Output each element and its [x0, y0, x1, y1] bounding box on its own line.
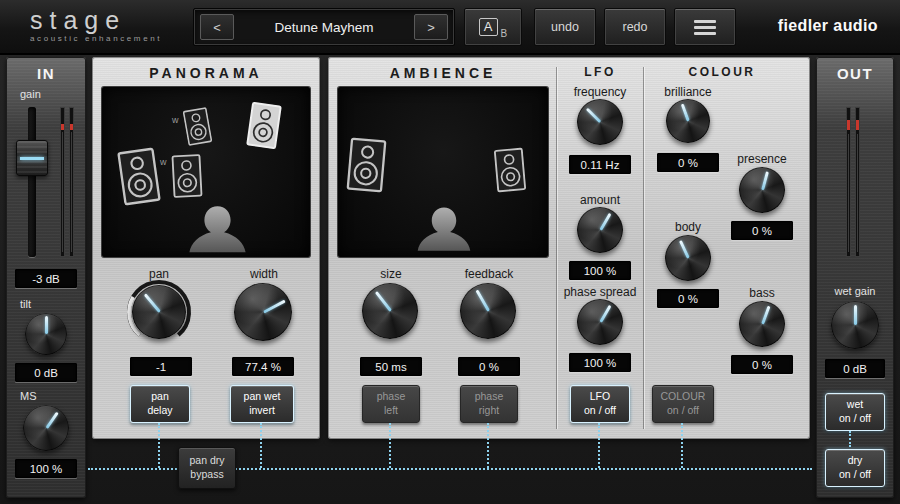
pan-knob[interactable]	[132, 285, 186, 339]
wet-gain-knob[interactable]	[831, 301, 879, 349]
feedback-label: feedback	[446, 267, 532, 281]
redo-button[interactable]: redo	[604, 8, 666, 46]
brilliance-value[interactable]: 0 %	[657, 153, 719, 172]
wet-onoff-button[interactable]: wet on / off	[825, 393, 885, 431]
colour-onoff-button[interactable]: COLOUR on / off	[652, 385, 714, 423]
listener-icon	[408, 200, 480, 257]
output-meter-right	[855, 107, 860, 257]
pan-value[interactable]: -1	[130, 357, 192, 376]
pan-delay-button[interactable]: pan delay	[130, 385, 190, 423]
ms-value[interactable]: 100 %	[15, 459, 77, 478]
lfo-amount-knob[interactable]	[577, 207, 623, 253]
input-gain-fader-handle[interactable]	[16, 140, 48, 176]
brilliance-label: brilliance	[638, 85, 738, 99]
speaker-icon[interactable]	[116, 146, 162, 208]
dry-onoff-button[interactable]: dry on / off	[825, 449, 885, 487]
speaker-icon[interactable]	[346, 136, 388, 193]
output-section: OUT wet gain 0 dB wet on / off dry on / …	[816, 57, 894, 498]
signal-path-line	[260, 423, 262, 468]
menu-icon	[694, 20, 716, 35]
preset-prev-button[interactable]: <	[200, 14, 234, 40]
signal-path-line	[849, 431, 851, 447]
listener-icon	[179, 200, 256, 257]
pan-dry-bypass-button[interactable]: pan dry bypass	[178, 447, 236, 489]
phase-right-button[interactable]: phase right	[460, 385, 518, 423]
speaker-icon[interactable]	[245, 101, 283, 150]
ab-compare-button[interactable]: A B	[464, 8, 522, 46]
colour-divider	[643, 67, 644, 429]
stage-plugin-window: stage acoustic enhancement < Detune Mayh…	[0, 0, 900, 504]
bass-value[interactable]: 0 %	[731, 355, 793, 374]
lfo-frequency-value[interactable]: 0.11 Hz	[569, 155, 631, 174]
body-label: body	[638, 220, 738, 234]
ms-knob[interactable]	[23, 405, 69, 451]
lfo-amount-value[interactable]: 100 %	[569, 261, 631, 280]
brilliance-knob[interactable]	[666, 99, 710, 143]
preset-next-button[interactable]: >	[414, 14, 448, 40]
lfo-divider	[556, 67, 557, 429]
lfo-phase-spread-knob[interactable]	[577, 299, 623, 345]
lfo-phase-spread-label: phase spread	[550, 285, 650, 299]
tilt-value[interactable]: 0 dB	[15, 363, 77, 382]
size-value[interactable]: 50 ms	[360, 357, 422, 376]
pan-wet-invert-button[interactable]: pan wet invert	[230, 385, 294, 423]
lfo-onoff-button[interactable]: LFO on / off	[570, 385, 630, 423]
output-title: OUT	[816, 65, 894, 82]
ambience-title: AMBIENCE	[328, 65, 558, 81]
input-gain-fader-track[interactable]	[28, 107, 36, 257]
lfo-frequency-label: frequency	[550, 85, 650, 99]
undo-button[interactable]: undo	[534, 8, 596, 46]
preset-name[interactable]: Detune Mayhem	[238, 20, 410, 35]
lfo-frequency-knob[interactable]	[577, 99, 623, 145]
signal-path-line	[681, 423, 683, 468]
logo-subtitle: acoustic enhancement	[30, 34, 162, 43]
signal-path-line	[389, 423, 391, 468]
colour-title: COLOUR	[644, 65, 800, 79]
panorama-title: PANORAMA	[92, 65, 320, 81]
tilt-label: tilt	[20, 298, 31, 310]
speaker-icon[interactable]	[493, 147, 527, 193]
input-gain-value[interactable]: -3 dB	[15, 269, 77, 288]
wet-gain-label: wet gain	[816, 285, 894, 297]
presence-label: presence	[712, 152, 812, 166]
width-knob[interactable]	[234, 283, 292, 341]
presence-knob[interactable]	[739, 167, 785, 213]
lfo-title: LFO	[557, 65, 643, 79]
output-meter-left	[846, 107, 851, 257]
wet-marker: w	[160, 157, 167, 167]
lfo-amount-label: amount	[550, 193, 650, 207]
logo-title: stage	[30, 7, 162, 33]
phase-left-button[interactable]: phase left	[362, 385, 420, 423]
wet-marker: w	[172, 115, 179, 125]
body-value[interactable]: 0 %	[657, 289, 719, 308]
panorama-display[interactable]: w w	[102, 87, 310, 257]
lfo-phase-spread-value[interactable]: 100 %	[569, 353, 631, 372]
size-label: size	[348, 267, 434, 281]
header-bar: stage acoustic enhancement < Detune Mayh…	[0, 0, 900, 55]
signal-path-line	[487, 423, 489, 468]
size-knob[interactable]	[362, 283, 418, 339]
ab-b-label: B	[501, 28, 508, 39]
input-gain-label: gain	[20, 88, 41, 100]
speaker-icon[interactable]	[182, 106, 213, 147]
input-meter-right	[69, 107, 74, 257]
speaker-icon[interactable]	[171, 151, 203, 201]
width-value[interactable]: 77.4 %	[232, 357, 294, 376]
bass-label: bass	[712, 286, 812, 300]
wet-gain-value[interactable]: 0 dB	[825, 359, 885, 378]
brand-name: fiedler audio	[778, 17, 878, 35]
ambience-display[interactable]	[338, 87, 548, 257]
tilt-knob[interactable]	[25, 313, 67, 355]
ambience-panel: AMBIENCE size feedback 50 ms 0 % phase l…	[328, 57, 810, 439]
ms-label: MS	[20, 390, 37, 402]
input-title: IN	[6, 65, 86, 82]
presence-value[interactable]: 0 %	[731, 221, 793, 240]
main-area: IN gain -3 dB tilt 0 dB MS 100 % PANORAM…	[0, 55, 900, 504]
bass-knob[interactable]	[739, 301, 785, 347]
feedback-knob[interactable]	[460, 283, 516, 339]
panorama-panel: PANORAMA w w pan width -1 77.4 % pan del…	[92, 57, 320, 439]
input-section: IN gain -3 dB tilt 0 dB MS 100 %	[6, 57, 86, 498]
feedback-value[interactable]: 0 %	[458, 357, 520, 376]
body-knob[interactable]	[665, 235, 711, 281]
menu-button[interactable]	[674, 8, 736, 46]
